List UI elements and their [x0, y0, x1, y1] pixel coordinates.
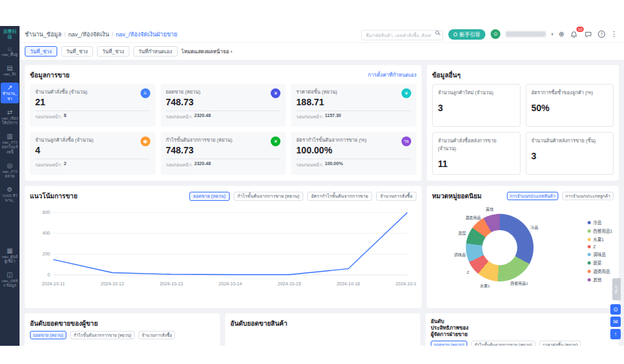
sidebar-item-6[interactable]: ◎nav_การ ตลาด [1, 161, 19, 181]
donut-slice-label: 西餐用品1 [510, 280, 528, 286]
trend-metric-tab-1[interactable]: ยอดขาย (หยวน) [189, 192, 230, 201]
legend-dot-icon [588, 245, 591, 248]
legend-item-8[interactable]: 其他 [588, 276, 612, 283]
legend-label: 水果1 [593, 236, 604, 242]
category-tab-2[interactable]: การจำแนกประเภทลูกค้า [562, 192, 614, 200]
task-side-tab[interactable]: งาน [612, 278, 621, 300]
previous-period-label: รอบก่อนหน้า: [166, 113, 193, 120]
orders-icon: ▤ [7, 65, 12, 72]
manager-rank-tabs: ยอดขาย (หยวน)กำไรขั้นต้นจากการขาย (หยวน)… [431, 341, 614, 346]
other-card-title: จำนวนคำสั่งซื้อหลังการขาย (จำนวน) [438, 136, 515, 152]
sidebar-item-2[interactable]: ▤nav_สั่ง [1, 63, 19, 79]
avatar[interactable]: ☺ [491, 29, 500, 39]
other-card-value: 3 [532, 151, 608, 161]
invoice-icon: ▥ [7, 133, 12, 140]
date-range-tab-2[interactable]: วันที่_ช่วง [61, 46, 94, 57]
date-range-tab-1[interactable]: วันที่_ช่วง [25, 46, 57, 57]
chevron-down-icon[interactable]: ▾ [551, 32, 554, 37]
breadcrumb-item-1[interactable]: ชำนาน_ข้อมูล [25, 30, 62, 39]
seller-rank-tab-3[interactable]: จำนวนการสั่งซื้อ [139, 331, 176, 339]
stat-card-title: จำนวนคำสั่งซื้อ (จำนวน) [35, 88, 150, 96]
legend-dot-icon [588, 221, 591, 224]
svg-text:200: 200 [42, 252, 50, 256]
previous-period-label: รอบก่อนหน้า: [166, 161, 193, 168]
other-card-title: อัตราการซื้อซ้ำของลูกค้า (%) [532, 88, 608, 96]
seller-rank-title: อันดับยอดขายของผู้ขาย [30, 318, 98, 328]
category-tab-1[interactable]: การจำแนกประเภทสินค้า [507, 192, 558, 200]
brand-logo: 添票科技 [2, 29, 18, 40]
search-icon[interactable] [435, 31, 439, 34]
legend-label: 其他 [593, 276, 601, 283]
search-input[interactable] [361, 30, 443, 40]
previous-period-label: รอบก่อนหน้า: [35, 161, 62, 168]
product-rank-title: อันดับยอดขายสินค้า [230, 318, 288, 328]
breadcrumb-item-2[interactable]: nav_/ห้องจัดเงิน [68, 30, 109, 39]
transfer-icon: ⇄ [7, 109, 12, 116]
legend-item-6[interactable]: 蔬菜 [588, 259, 612, 266]
feedback-button[interactable]: ✉ [610, 317, 621, 327]
manager-rank-tab-3[interactable]: ราคาต่อชิ้น (หยวน) [539, 341, 581, 346]
legend-item-2[interactable]: 西餐用品1 [588, 228, 612, 234]
sidebar-item-3[interactable]: ↗ชำนาน_ขา [1, 83, 19, 103]
unit-price-icon: ¥ [401, 88, 411, 98]
custom-settings-link[interactable]: การตั้งค่าที่กำหนดเอง [368, 71, 416, 79]
sales-cards-grid: จำนวนคำสั่งซื้อ (จำนวน)21รอบก่อนหน้า:8≡ย… [30, 84, 416, 175]
sidebar-item-8[interactable]: ▦nav_ศูนย์ ผู้เชี่ยว [1, 246, 19, 266]
guide-button[interactable]: 新手引导 [448, 29, 485, 40]
fullscreen-mode-link[interactable]: โหมดแสดงผลหน้าจอ › [182, 47, 232, 56]
date-range-tab-3[interactable]: วันที่_ช่วง [97, 46, 129, 57]
date-range-tab-4[interactable]: วันที่กำหนดเอง [133, 46, 178, 57]
donut-slice-label: 调味品 [454, 251, 466, 257]
user-name-redacted[interactable] [506, 31, 546, 37]
guide-button-label: 新手引导 [459, 31, 480, 38]
filter-bar: วันที่_ช่วงวันที่_ช่วงวันที่_ช่วงวันที่ก… [20, 43, 624, 60]
gross-margin-icon: % [401, 136, 411, 146]
trend-metric-tab-4[interactable]: จำนวนการสั่งซื้อ [376, 192, 416, 201]
language-icon[interactable]: ⊕ [559, 31, 564, 38]
help-icon[interactable]: ? [598, 31, 605, 38]
top-categories-panel: หมวดหมู่ยอดนิยม การจำแนกประเภทสินค้าการจ… [427, 186, 619, 308]
guide-icon [454, 32, 457, 36]
legend-dot-icon [588, 253, 591, 256]
notification-bell-icon[interactable]: 10 [569, 30, 578, 39]
back-to-top-button[interactable]: ↑ [610, 329, 621, 339]
stat-card-3: ราคาต่อชิ้น (หยวน)188.71รอบก่อนหน้า:1157… [291, 84, 416, 127]
stat-card-1: จำนวนคำสั่งซื้อ (จำนวน)21รอบก่อนหน้า:8≡ [30, 84, 156, 127]
seller-rank-tab-1[interactable]: ยอดขาย (หยวน) [30, 331, 66, 339]
manager-rank-tab-2[interactable]: กำไรขั้นต้นจากการขาย (หยวน) [471, 341, 536, 346]
other-cards-grid: จำนวนลูกค้าใหม่ (จำนวน)3อัตราการซื้อซ้ำข… [432, 84, 614, 175]
stat-card-value: 748.73 [166, 145, 281, 155]
stat-card-value: 21 [35, 97, 150, 107]
message-icon[interactable] [584, 30, 593, 39]
legend-item-5[interactable]: 调味品 [588, 251, 612, 257]
svg-text:0: 0 [47, 272, 50, 277]
sidebar-item-7[interactable]: ⚙ระบบ ชำนาน_ [1, 185, 19, 205]
sidebar-item-9[interactable]: ◫nav_แหล่ง ข้อมูล [1, 270, 19, 290]
previous-period-label: รอบก่อนหน้า: [296, 113, 323, 120]
category-donut[interactable] [466, 214, 534, 281]
legend-item-7[interactable]: 酒类用品 [588, 268, 612, 274]
stat-card-value: 748.73 [166, 97, 281, 107]
stat-card-previous: รอบก่อนหน้า:8 [35, 110, 150, 120]
apps-icon: ▦ [7, 248, 12, 254]
stat-card-value: 4 [35, 145, 150, 155]
sidebar-item-4[interactable]: ⇄nav_/ห้อง ให้บริการ [1, 107, 19, 127]
sidebar-item-5[interactable]: ▥nav_การ ออกใบแจ้งหนี้ [1, 131, 19, 157]
sidebar-item-1[interactable]: ⌂nav_พื้นฐ [1, 44, 19, 59]
other-data-panel: ข้อมูลอื่นๆ จำนวนลูกค้าใหม่ (จำนวน)3อัตร… [427, 65, 619, 181]
more-menu-icon[interactable]: ⋮ [610, 31, 617, 38]
legend-item-4[interactable]: Z [588, 244, 612, 249]
category-legend: 冷品西餐用品1水果1Z调味品蔬菜酒类用品其他 [588, 219, 612, 283]
manager-rank-panel: อันดับประสิทธิภาพของผู้จัดการฝ่ายขาย ยอด… [426, 313, 619, 346]
trend-metric-tab-2[interactable]: กำไรขั้นต้นจากการขาย (หยวน) [234, 192, 303, 201]
sidebar-item-label: ชำนาน_ขา [1, 92, 18, 101]
stat-card-title: อัตรากำไรขั้นต้นจากการขาย (%) [296, 136, 411, 144]
seller-rank-tab-2[interactable]: กำไรขั้นต้นจากการขาย (หยวน) [70, 331, 135, 339]
trend-metric-tab-3[interactable]: อัตรากำไรขั้นต้นจากการขาย [307, 192, 372, 201]
manager-rank-tab-1[interactable]: ยอดขาย (หยวน) [431, 341, 467, 346]
legend-item-3[interactable]: 水果1 [588, 236, 612, 242]
legend-item-1[interactable]: 冷品 [588, 219, 612, 226]
donut-slice-label: 酒类用品 [465, 214, 481, 220]
customer-service-button[interactable]: ⊙ [610, 304, 621, 315]
notification-badge: 10 [577, 27, 584, 32]
